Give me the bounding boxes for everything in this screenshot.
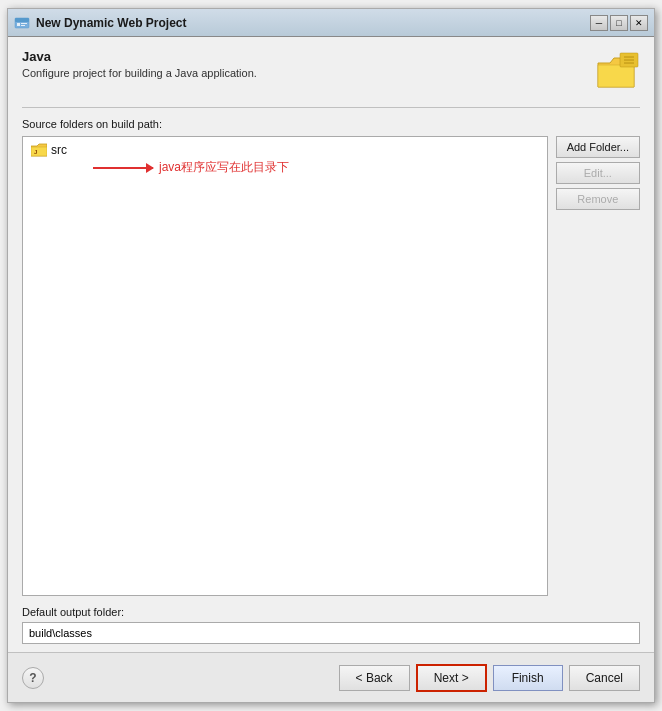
next-button[interactable]: Next > [416,664,487,692]
output-folder-input[interactable] [22,622,640,644]
minimize-button[interactable]: ─ [590,15,608,31]
finish-button[interactable]: Finish [493,665,563,691]
header-text: Java Configure project for building a Ja… [22,49,582,79]
output-label: Default output folder: [22,606,640,618]
footer: ? < Back Next > Finish Cancel [8,652,654,702]
cancel-button[interactable]: Cancel [569,665,640,691]
header-section: Java Configure project for building a Ja… [22,49,640,97]
source-list: J src java程序应写在此目录下 [22,136,548,596]
title-bar: New Dynamic Web Project ─ □ ✕ [8,9,654,37]
footer-buttons: < Back Next > Finish Cancel [339,664,640,692]
source-folders-label: Source folders on build path: [22,118,640,130]
svg-text:J: J [34,149,37,155]
section-title: Java [22,49,582,64]
section-description: Configure project for building a Java ap… [22,67,582,79]
arrow-line [93,167,153,169]
add-folder-button[interactable]: Add Folder... [556,136,640,158]
src-item-label: src [51,143,67,157]
svg-rect-3 [21,23,27,24]
help-button[interactable]: ? [22,667,44,689]
annotation-text: java程序应写在此目录下 [159,159,289,176]
list-item: J src [27,141,543,159]
window-title: New Dynamic Web Project [36,16,590,30]
source-folders-container: J src java程序应写在此目录下 Add Folder... Edit..… [22,136,640,596]
svg-rect-4 [21,25,25,26]
svg-rect-2 [17,23,20,26]
src-folder-icon: J [31,143,47,157]
title-bar-controls: ─ □ ✕ [590,15,648,31]
remove-button[interactable]: Remove [556,188,640,210]
maximize-button[interactable]: □ [610,15,628,31]
svg-rect-1 [15,18,29,22]
divider [22,107,640,108]
content-area: Java Configure project for building a Ja… [8,37,654,652]
side-buttons: Add Folder... Edit... Remove [556,136,640,596]
edit-button[interactable]: Edit... [556,162,640,184]
java-folder-icon [592,49,640,97]
svg-marker-6 [598,65,634,87]
back-button[interactable]: < Back [339,665,410,691]
dialog-window: New Dynamic Web Project ─ □ ✕ Java Confi… [7,8,655,703]
output-section: Default output folder: [22,606,640,644]
close-button[interactable]: ✕ [630,15,648,31]
window-icon [14,15,30,31]
annotation-arrow: java程序应写在此目录下 [93,159,289,176]
